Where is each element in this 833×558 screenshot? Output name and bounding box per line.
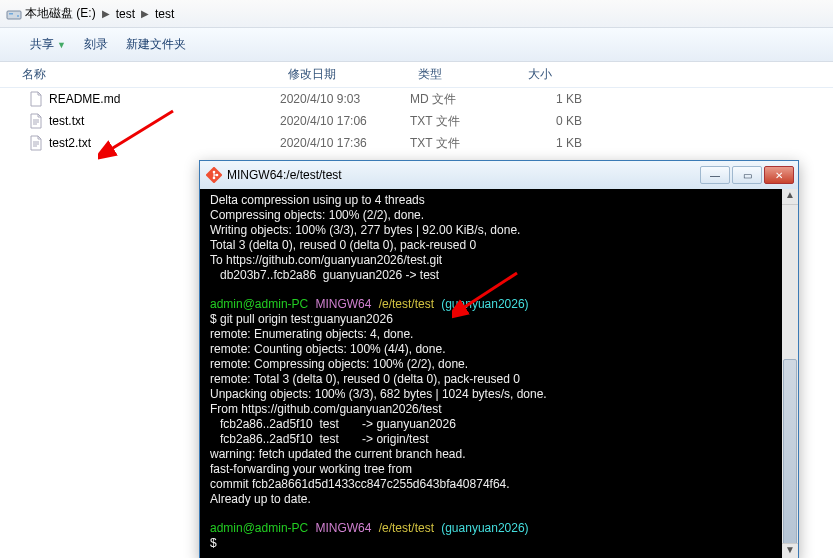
col-type[interactable]: 类型 (410, 66, 520, 83)
terminal-title-text: MINGW64:/e/test/test (227, 168, 342, 182)
address-bar[interactable]: 本地磁盘 (E:) ▶ test ▶ test (0, 0, 833, 28)
maximize-button[interactable]: ▭ (732, 166, 762, 184)
file-row[interactable]: test2.txt 2020/4/10 17:36 TXT 文件 1 KB (0, 132, 833, 154)
file-icon (28, 135, 44, 151)
new-folder-button[interactable]: 新建文件夹 (126, 36, 186, 53)
file-size: 1 KB (520, 92, 600, 106)
file-row[interactable]: test.txt 2020/4/10 17:06 TXT 文件 0 KB (0, 110, 833, 132)
scroll-up-icon[interactable]: ▲ (782, 189, 798, 205)
terminal-output: Delta compression using up to 4 threads … (210, 193, 788, 551)
file-name: test2.txt (49, 136, 91, 150)
file-size: 1 KB (520, 136, 600, 150)
breadcrumb-seg2[interactable]: test (151, 3, 178, 25)
file-name: README.md (49, 92, 120, 106)
breadcrumb-drive-label: 本地磁盘 (E:) (25, 5, 96, 22)
file-type: MD 文件 (410, 91, 520, 108)
git-icon (206, 167, 222, 183)
minimize-button[interactable]: — (700, 166, 730, 184)
drive-icon (6, 7, 22, 21)
file-list: README.md 2020/4/10 9:03 MD 文件 1 KB test… (0, 88, 833, 154)
terminal-titlebar[interactable]: MINGW64:/e/test/test — ▭ ✕ (200, 161, 798, 189)
chevron-right-icon[interactable]: ▶ (139, 8, 151, 19)
file-name: test.txt (49, 114, 84, 128)
file-date: 2020/4/10 17:36 (280, 136, 410, 150)
share-label: 共享 (30, 36, 54, 53)
col-date[interactable]: 修改日期 (280, 66, 410, 83)
burn-button[interactable]: 刻录 (84, 36, 108, 53)
file-date: 2020/4/10 17:06 (280, 114, 410, 128)
explorer-toolbar: 共享 ▼ 刻录 新建文件夹 (0, 28, 833, 62)
col-size[interactable]: 大小 (520, 66, 600, 83)
file-size: 0 KB (520, 114, 600, 128)
col-name[interactable]: 名称 (0, 66, 280, 83)
file-row[interactable]: README.md 2020/4/10 9:03 MD 文件 1 KB (0, 88, 833, 110)
terminal-window: MINGW64:/e/test/test — ▭ ✕ Delta compres… (199, 160, 799, 558)
terminal-body[interactable]: Delta compression using up to 4 threads … (200, 189, 798, 558)
scrollbar-thumb[interactable] (783, 359, 797, 549)
scrollbar[interactable]: ▲ ▼ (782, 189, 798, 558)
file-icon (28, 91, 44, 107)
breadcrumb-drive[interactable]: 本地磁盘 (E:) (2, 3, 100, 25)
svg-rect-0 (7, 11, 21, 19)
breadcrumb-seg1[interactable]: test (112, 3, 139, 25)
file-date: 2020/4/10 9:03 (280, 92, 410, 106)
svg-rect-1 (9, 13, 13, 15)
file-type: TXT 文件 (410, 113, 520, 130)
chevron-down-icon: ▼ (57, 40, 66, 50)
file-type: TXT 文件 (410, 135, 520, 152)
close-button[interactable]: ✕ (764, 166, 794, 184)
column-headers: 名称 修改日期 类型 大小 (0, 62, 833, 88)
svg-point-2 (17, 15, 19, 17)
share-menu[interactable]: 共享 ▼ (30, 36, 66, 53)
file-icon (28, 113, 44, 129)
scroll-down-icon[interactable]: ▼ (782, 543, 798, 558)
chevron-right-icon[interactable]: ▶ (100, 8, 112, 19)
